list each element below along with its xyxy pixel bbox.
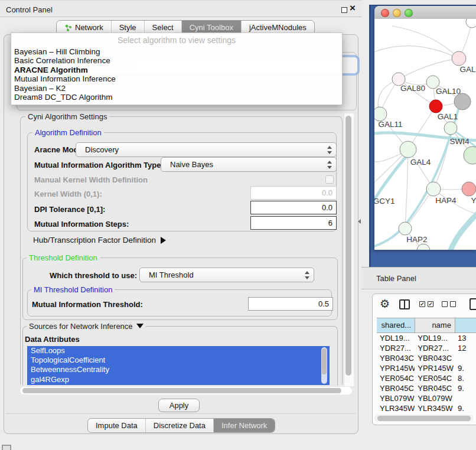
float-panel-icon[interactable]: [341, 7, 347, 13]
network-node[interactable]: [417, 244, 430, 250]
hub-section-toggle[interactable]: Hub/Transcription Factor Definition: [33, 236, 166, 244]
network-node[interactable]: [454, 93, 471, 110]
mi-type-combo[interactable]: Naive Bayes: [161, 157, 337, 172]
bottom-tab-impute-data[interactable]: Impute Data: [88, 419, 145, 432]
combo-stepper-icon: [305, 271, 309, 279]
checked-checkbox-icon[interactable]: ✓: [428, 301, 433, 307]
algorithm-option[interactable]: Basic Correlation Inference: [11, 56, 342, 65]
network-node[interactable]: [452, 51, 466, 66]
which-threshold-combo[interactable]: MI Threshold: [139, 268, 314, 282]
column-header[interactable]: shared...: [377, 318, 415, 332]
table-cell: YPR145W: [377, 363, 415, 373]
gear-icon[interactable]: ⚙: [380, 297, 390, 311]
table-row[interactable]: YPR145WYPR145W9.: [377, 363, 476, 373]
threshold-definition-title: Threshold Definition: [27, 253, 100, 262]
kernel-width-label: Kernel Width (0,1):: [34, 190, 102, 198]
table-cell: YER054C: [377, 373, 415, 383]
collapse-down-icon: [136, 324, 144, 328]
table-row[interactable]: YLR345WYLR345W9.: [377, 403, 476, 413]
aracne-mode-combo[interactable]: Discovery: [76, 142, 337, 157]
dpi-tolerance-field[interactable]: 0.0: [250, 201, 337, 214]
mi-steps-field[interactable]: 6: [250, 216, 337, 230]
network-node-label: HAP2: [406, 235, 427, 244]
hub-section-label: Hub/Transcription Factor Definition: [33, 236, 156, 244]
network-node-label: GAL80: [400, 84, 425, 93]
unchecked-checkbox-icon[interactable]: [450, 301, 456, 307]
algorithm-option[interactable]: ARACNE Algorithm: [11, 66, 342, 74]
table-cell: 9.: [455, 383, 476, 393]
table-cell: 12: [455, 343, 476, 353]
attributes-scrollbar[interactable]: [321, 347, 327, 384]
kernel-width-field[interactable]: 0.0: [250, 186, 337, 200]
table-row[interactable]: YBR043CYBR043C: [377, 353, 476, 363]
network-window-titlebar[interactable]: [374, 6, 476, 19]
mi-type-value: Naive Bayes: [170, 160, 213, 169]
algorithm-option[interactable]: Bayesian – Hill Climbing: [11, 47, 342, 56]
apply-button[interactable]: Apply: [158, 399, 200, 412]
attribute-item[interactable]: gal4RGexp: [27, 375, 330, 384]
attribute-item[interactable]: SelfLoops: [27, 346, 330, 356]
algorithm-option[interactable]: Bayesian – K2: [11, 84, 342, 93]
network-node[interactable]: [444, 122, 457, 135]
network-node[interactable]: [400, 141, 416, 158]
table-cell: 9.: [455, 403, 476, 413]
network-node[interactable]: [466, 19, 476, 28]
sources-group-title[interactable]: Sources for Network Inference: [27, 322, 146, 331]
mi-threshold-field[interactable]: 0.5: [248, 297, 333, 311]
network-canvas-svg[interactable]: GALGAL80GAL10GAL1GAL11SWI4GAL4GCY1HAP4YH…: [374, 19, 476, 250]
split-columns-icon[interactable]: [399, 299, 410, 309]
mi-threshold-group-title: MI Threshold Definition: [31, 285, 115, 294]
bottom-tab-discretize-data[interactable]: Discretize Data: [145, 419, 213, 432]
manual-kernel-checkbox[interactable]: [325, 175, 334, 184]
algorithm-option[interactable]: Dream8 DC_TDC Algorithm: [11, 93, 342, 102]
attribute-item[interactable]: BetweennessCentrality: [27, 365, 330, 374]
table-body[interactable]: YDL19...YDL19...13YDR27...YDR27...12YBR0…: [377, 333, 476, 416]
checked-checkbox-icon[interactable]: ✓: [419, 301, 425, 307]
minimize-traffic-light-icon[interactable]: [393, 9, 401, 17]
network-node-label: GAL1: [438, 112, 458, 121]
combo-stepper-icon: [327, 161, 332, 169]
unchecked-checkbox-icon[interactable]: [442, 301, 448, 307]
table-cell: YDR27...: [377, 343, 415, 353]
attribute-item[interactable]: TopologicalCoefficient: [27, 356, 330, 365]
zoom-traffic-light-icon[interactable]: [405, 9, 413, 17]
network-node[interactable]: [462, 182, 476, 196]
table-cell: YBR045C: [377, 383, 415, 393]
panel-collapse-arrow-icon[interactable]: [358, 219, 361, 224]
table-cell: YBR045C: [415, 383, 455, 393]
tab-label: Discretize Data: [154, 419, 206, 433]
close-panel-icon[interactable]: ×: [350, 2, 356, 14]
table-cell: YDL19...: [377, 333, 415, 343]
table-cell: 8.: [455, 373, 476, 383]
network-node[interactable]: [464, 146, 476, 164]
network-node[interactable]: [374, 107, 387, 121]
close-traffic-light-icon[interactable]: [381, 9, 389, 17]
table-row[interactable]: YBR045CYBR045C9.: [377, 383, 476, 393]
dpi-tolerance-label: DPI Tolerance [0,1]:: [34, 205, 105, 214]
mi-type-label: Mutual Information Algorithm Type:: [34, 161, 164, 169]
which-threshold-value: MI Threshold: [149, 270, 194, 279]
table-horizontal-scrollbar[interactable]: [374, 415, 474, 422]
data-attributes-list[interactable]: SelfLoopsTopologicalCoefficientBetweenne…: [27, 346, 330, 385]
network-node[interactable]: [429, 100, 442, 113]
table-row[interactable]: YER054CYER054C8.: [377, 373, 476, 383]
table-row[interactable]: YDR27...YDR27...12: [377, 343, 476, 353]
table-row[interactable]: YBL079WYBL079W: [377, 393, 476, 403]
settings-vertical-scrollbar[interactable]: [344, 113, 354, 386]
data-attributes-label: Data Attributes: [25, 335, 80, 344]
which-threshold-label: Which threshold to use:: [50, 271, 137, 280]
corner-grip-icon[interactable]: [2, 445, 11, 450]
network-node[interactable]: [426, 182, 441, 196]
table-tool-icon[interactable]: [470, 298, 476, 310]
algorithm-dropdown-prompt: Select algorithm to view settings: [11, 33, 342, 47]
network-view-window[interactable]: GALGAL80GAL10GAL1GAL11SWI4GAL4GCY1HAP4YH…: [374, 6, 476, 250]
settings-horizontal-scrollbar[interactable]: [20, 387, 352, 394]
column-header[interactable]: name: [415, 318, 455, 332]
column-header[interactable]: [455, 318, 476, 332]
table-row[interactable]: YDL19...YDL19...13: [377, 333, 476, 343]
table-panel-title: Table Panel: [376, 274, 416, 283]
network-node[interactable]: [399, 222, 412, 235]
network-node-label: GAL: [459, 65, 476, 74]
bottom-tab-infer-network[interactable]: Infer Network: [213, 419, 275, 432]
algorithm-option[interactable]: Mutual Information Inference: [11, 74, 342, 83]
